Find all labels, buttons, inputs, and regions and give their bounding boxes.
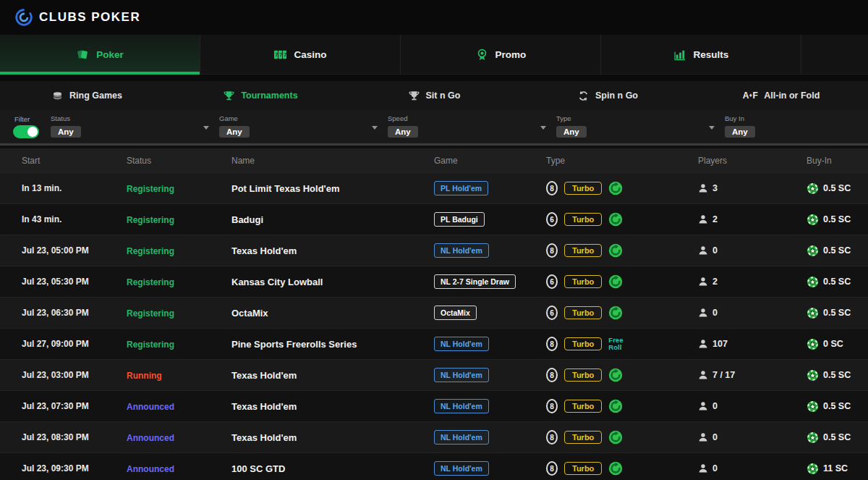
subtab-sit-n-go[interactable]: Sit n Go (347, 81, 521, 110)
column-header-name[interactable]: Name (231, 156, 434, 166)
chip-icon (807, 431, 819, 444)
person-icon (698, 277, 708, 287)
table-row[interactable]: Jul 23, 06:30 PMRegisteringOctaMixOctaMi… (0, 297, 868, 328)
status-label: Announced (127, 402, 174, 412)
subtab-ring-games[interactable]: Ring Games (0, 81, 174, 110)
status-cell: Registering (127, 182, 231, 195)
players-cell: 7 / 17 (698, 370, 807, 380)
reentry-icon (608, 399, 623, 413)
game-badge: NL Hold'em (434, 461, 489, 476)
subtabs-gap (0, 75, 868, 81)
column-header-start[interactable]: Start (22, 156, 127, 166)
type-cell: 8Turbo (546, 430, 698, 445)
tournament-name: Pine Sports Freerolls Series (231, 339, 434, 350)
subtab-all-in-or-fold[interactable]: A♦FAll-in or Fold (694, 81, 868, 110)
buyin-cell: 11 SC (807, 463, 868, 475)
speed-badge: Turbo (564, 400, 602, 413)
players-cell: 0 (698, 245, 807, 256)
buyin-cell: 0.5 SC (807, 276, 868, 288)
column-header-type[interactable]: Type (546, 156, 698, 166)
logo[interactable]: CLUBS POKER (14, 8, 140, 27)
table-row[interactable]: Jul 23, 08:30 PMAnnouncedTexas Hold'emNL… (0, 421, 868, 452)
table-row[interactable]: In 13 min.RegisteringPot Limit Texas Hol… (0, 172, 868, 203)
buyin-amount: 0.5 SC (823, 277, 851, 287)
aof-icon: A♦F (743, 90, 759, 101)
buyin-amount: 0.5 SC (823, 183, 851, 193)
filter-dropdown-speed[interactable]: SpeedAny (388, 113, 556, 140)
table-size-badge: 8 (546, 430, 558, 445)
filter-toggle[interactable] (13, 125, 39, 138)
game-cell: OctaMix (434, 306, 546, 320)
tournament-name: Kansas City Lowball (231, 277, 434, 287)
tab-promo[interactable]: Promo (401, 35, 601, 74)
speed-badge: Turbo (564, 275, 602, 288)
game-badge: PL Hold'em (434, 181, 488, 195)
table-row[interactable]: Jul 23, 05:30 PMRegisteringKansas City L… (0, 266, 868, 297)
filter-dropdown-game[interactable]: GameAny (219, 113, 388, 140)
table-row[interactable]: Jul 23, 05:00 PMRegisteringTexas Hold'em… (0, 235, 868, 266)
tab-label: Promo (495, 49, 527, 60)
game-cell: NL Hold'em (434, 243, 546, 258)
type-cell: 8Turbo (546, 243, 698, 258)
table-row[interactable]: Jul 27, 09:00 PMRegisteringPine Sports F… (0, 328, 868, 359)
table-size-badge: 8 (546, 337, 558, 351)
table-size-badge: 6 (546, 274, 558, 289)
tab-casino[interactable]: 777Casino (200, 35, 401, 74)
game-badge: NL Hold'em (434, 399, 489, 413)
dropdown-value-chip: Any (725, 126, 755, 138)
person-icon (698, 339, 708, 349)
players-count: 2 (712, 214, 718, 224)
tab-results[interactable]: Results (601, 35, 801, 74)
table-size-badge: 8 (546, 368, 558, 382)
subtab-spin-n-go[interactable]: Spin n Go (521, 81, 694, 110)
tab-poker[interactable]: Poker (0, 35, 200, 74)
type-cell: 6Turbo (546, 274, 698, 289)
table-row[interactable]: Jul 23, 07:30 PMAnnouncedTexas Hold'emNL… (0, 390, 868, 421)
subtab-label: Sit n Go (426, 90, 461, 101)
column-header-players[interactable]: Players (698, 156, 807, 166)
reentry-icon (608, 212, 623, 227)
players-cell: 0 (698, 401, 807, 411)
speed-badge: Turbo (564, 462, 602, 475)
game-badge: NL Hold'em (434, 430, 489, 445)
table-row[interactable]: Jul 23, 09:30 PMAnnounced100 SC GTDNL Ho… (0, 452, 868, 480)
person-icon (698, 214, 708, 224)
column-header-buy-in[interactable]: Buy-In (807, 156, 868, 166)
table-row[interactable]: In 43 min.RegisteringBadugiPL Badugi6Tur… (0, 203, 868, 235)
buyin-amount: 0.5 SC (823, 432, 851, 442)
chevron-down-icon (709, 126, 715, 130)
table-header: StartStatusNameGameTypePlayersBuy-In (0, 148, 868, 172)
speed-badge: Turbo (564, 213, 602, 226)
person-icon (698, 432, 708, 442)
toggle-knob (27, 127, 38, 137)
status-label: Registering (127, 340, 174, 350)
promo-medal-icon (475, 48, 489, 62)
person-icon (698, 463, 708, 473)
game-cell: NL Hold'em (434, 461, 546, 476)
column-header-game[interactable]: Game (434, 156, 546, 166)
players-cell: 3 (698, 183, 807, 193)
filter-toggle-group: Filter (13, 115, 51, 138)
buyin-amount: 0.5 SC (823, 370, 851, 380)
tournament-name: Texas Hold'em (231, 432, 434, 443)
reentry-icon (608, 243, 623, 258)
dropdown-label: Status (51, 114, 219, 122)
players-count: 2 (712, 277, 718, 287)
filter-dropdown-buy-in[interactable]: Buy InAny (725, 113, 868, 140)
speed-badge: Turbo (564, 306, 602, 319)
tournament-name: Texas Hold'em (231, 370, 434, 381)
column-header-status[interactable]: Status (127, 156, 231, 166)
tournament-name: Badugi (231, 214, 434, 225)
tab-label: Casino (294, 49, 326, 60)
filter-dropdown-status[interactable]: StatusAny (51, 113, 219, 140)
subtab-tournaments[interactable]: Tournaments (174, 81, 347, 110)
chevron-down-icon (203, 126, 209, 130)
person-icon (698, 370, 708, 380)
table-row[interactable]: Jul 23, 03:00 PMRunningTexas Hold'emNL H… (0, 359, 868, 390)
filter-dropdown-type[interactable]: TypeAny (556, 113, 725, 140)
players-count: 3 (712, 183, 718, 193)
speed-badge: Turbo (564, 337, 602, 350)
status-label: Registering (127, 308, 174, 319)
players-count: 0 (712, 245, 718, 256)
status-label: Registering (127, 184, 174, 194)
